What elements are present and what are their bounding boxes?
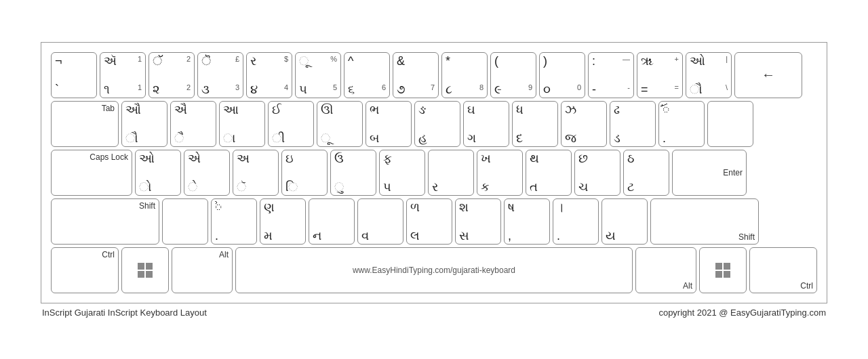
key-3-6[interactable]: ળ લ <box>406 198 452 245</box>
key-latin-bottom: 1 <box>138 83 142 91</box>
key-2-2[interactable]: એ ે <box>184 150 230 196</box>
key-2-9[interactable]: થ ત <box>526 150 572 196</box>
key-gujarati-bottom: ક <box>481 181 490 193</box>
key-3-11[interactable]: Shift <box>650 198 759 245</box>
key-1-1[interactable]: ઔ ૌ <box>121 101 167 147</box>
key-latin-bottom: 8 <box>479 83 484 91</box>
key-3-4[interactable]: ન <box>309 198 355 245</box>
key-4-3[interactable]: www.EasyHindiTyping.com/gujarati-keyboar… <box>235 247 633 293</box>
key-3-9[interactable]: । . <box>553 198 599 245</box>
key-1-12[interactable]: ૼ . <box>658 101 705 147</box>
key-0-12[interactable]: ૠ + = = <box>637 52 683 98</box>
shift-right-label: Shift <box>738 232 755 242</box>
key-gujarati-top: ઔ <box>125 104 141 116</box>
key-bottom-row: િ <box>285 181 323 193</box>
key-4-6[interactable]: Ctrl <box>749 247 817 293</box>
key-4-2[interactable]: Alt <box>172 247 233 293</box>
key-bottom-row: . <box>215 230 253 242</box>
key-2-12[interactable]: Enter <box>672 150 747 196</box>
key-top-row: * <box>446 55 484 67</box>
key-1-0[interactable]: Tab <box>51 101 119 147</box>
key-gujarati-bottom: ડ <box>614 132 620 144</box>
key-top-row: ઠ <box>627 152 665 165</box>
key-2-7[interactable]: ર <box>428 150 474 196</box>
key-2-8[interactable]: ખ ક <box>477 150 523 196</box>
key-2-11[interactable]: ઠ ટ <box>623 150 669 196</box>
key-bottom-row: ૌ \ <box>690 83 728 96</box>
key-0-10[interactable]: ) ૦ 0 <box>539 52 585 98</box>
key-1-10[interactable]: ઝ જ <box>561 101 607 147</box>
key-0-14[interactable]: ← <box>734 52 802 98</box>
key-2-10[interactable]: છ ચ <box>574 150 620 196</box>
key-gujarati-top: ઓ <box>139 152 155 165</box>
key-3-2[interactable]: ૺ . <box>211 198 257 245</box>
key-2-6[interactable]: ફ પ <box>379 150 425 196</box>
key-top-row: ળ <box>410 201 448 213</box>
key-gujarati-top: ઙ <box>418 104 426 116</box>
key-1-8[interactable]: ઘ ગ <box>463 101 509 147</box>
key-4-4[interactable]: Alt <box>635 247 696 293</box>
key-1-11[interactable]: ઢ ડ <box>610 101 656 147</box>
key-0-4[interactable]: ર $ ૪ 4 <box>246 52 292 98</box>
key-latin-bottom: 4 <box>284 83 288 91</box>
key-gujarati-bottom: ૅ <box>237 181 246 193</box>
key-1-5[interactable]: ઊ ૂ <box>317 101 363 147</box>
key-top-row: ભ <box>370 104 408 116</box>
key-2-0[interactable]: Caps Lock <box>51 150 132 196</box>
key-bottom-row: , <box>508 230 546 242</box>
key-1-2[interactable]: ઐ ૈ <box>170 101 216 147</box>
key-2-3[interactable]: અ ૅ <box>233 150 279 196</box>
key-0-1[interactable]: ઍ 1 ૧ 1 <box>100 52 146 98</box>
key-gujarati-top: : <box>592 55 595 67</box>
key-1-9[interactable]: ધ દ <box>512 101 558 147</box>
key-2-5[interactable]: ઉ ુ <box>330 150 376 196</box>
key-0-5[interactable]: ૂ % ૫ 5 <box>295 52 341 98</box>
key-gujarati-bottom: . <box>663 132 666 144</box>
key-latin-bottom: 3 <box>235 83 239 91</box>
key-top-row: ણ <box>264 201 302 213</box>
key-0-13[interactable]: ઓ | ૌ \ <box>686 52 732 98</box>
key-3-3[interactable]: ણ મ <box>260 198 306 245</box>
key-3-10[interactable]: ય <box>601 198 648 245</box>
key-0-0[interactable]: ¬ ` <box>51 52 97 98</box>
key-top-row: છ <box>578 152 616 165</box>
key-4-0[interactable]: Ctrl <box>51 247 119 293</box>
key-4-1[interactable] <box>121 247 169 293</box>
key-latin-bottom: 0 <box>577 83 581 91</box>
key-gujarati-bottom: દ <box>516 132 523 144</box>
key-1-13[interactable] <box>707 101 753 147</box>
key-2-4[interactable]: ઇ િ <box>281 150 328 196</box>
key-gujarati-top: અ <box>237 152 250 165</box>
key-0-7[interactable]: & ૭ 7 <box>393 52 439 98</box>
key-top-row: આ <box>223 104 261 116</box>
key-3-5[interactable]: વ <box>357 198 403 245</box>
key-gujarati-top: ઊ <box>321 104 334 116</box>
key-2-1[interactable]: ઓ ો <box>135 150 181 196</box>
key-1-6[interactable]: ભ બ <box>366 101 412 147</box>
key-gujarati-bottom: = <box>641 83 648 96</box>
key-3-1[interactable] <box>162 198 208 245</box>
key-4-5[interactable] <box>699 247 747 293</box>
key-bottom-row: ી <box>272 132 310 144</box>
windows-right-icon <box>715 263 730 278</box>
key-0-3[interactable]: ॆ £ ૩ 3 <box>197 52 243 98</box>
key-gujarati-bottom: ર <box>432 181 438 193</box>
key-0-8[interactable]: * ૮ 8 <box>441 52 488 98</box>
key-bottom-row: ૯ 9 <box>494 83 532 96</box>
key-gujarati-bottom: વ <box>361 230 369 242</box>
key-gujarati-bottom: ી <box>272 132 285 144</box>
key-3-0[interactable]: Shift <box>51 198 159 245</box>
key-1-4[interactable]: ઈ ી <box>268 101 314 147</box>
key-3-7[interactable]: શ સ <box>455 198 501 245</box>
key-bottom-row: = = <box>641 83 679 96</box>
key-gujarati-bottom: . <box>557 230 560 242</box>
key-gujarati-top: ઍ <box>104 55 117 67</box>
key-0-11[interactable]: : — - - <box>588 52 634 98</box>
key-3-8[interactable]: ષ , <box>504 198 550 245</box>
key-0-9[interactable]: ( ૯ 9 <box>490 52 536 98</box>
key-1-3[interactable]: આ ા <box>219 101 265 147</box>
key-0-2[interactable]: ॅ 2 ૨ 2 <box>149 52 195 98</box>
key-1-7[interactable]: ઙ હ <box>414 101 460 147</box>
key-top-row: ૂ % <box>299 55 337 67</box>
key-0-6[interactable]: ^ ૬ 6 <box>344 52 390 98</box>
